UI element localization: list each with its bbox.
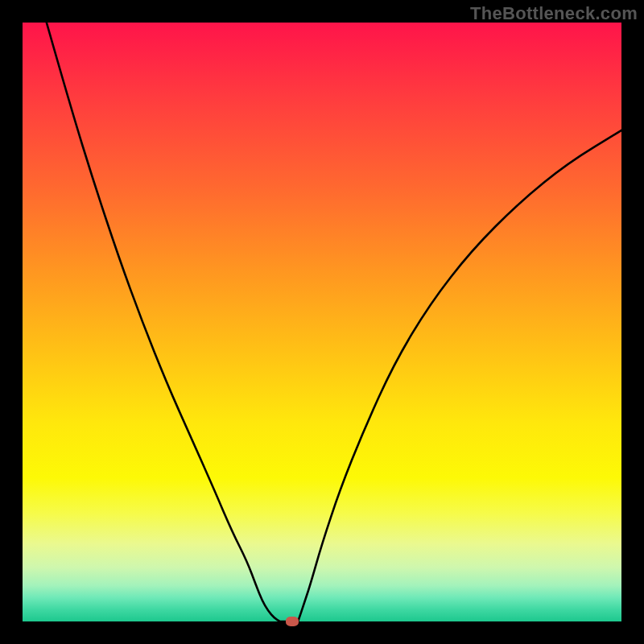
bottleneck-curve [47,23,621,621]
plot-area [23,23,621,621]
minimum-marker [286,617,299,626]
curve-svg [23,23,621,621]
watermark-text: TheBottleneck.com [470,3,638,24]
chart-frame: TheBottleneck.com [0,0,644,644]
